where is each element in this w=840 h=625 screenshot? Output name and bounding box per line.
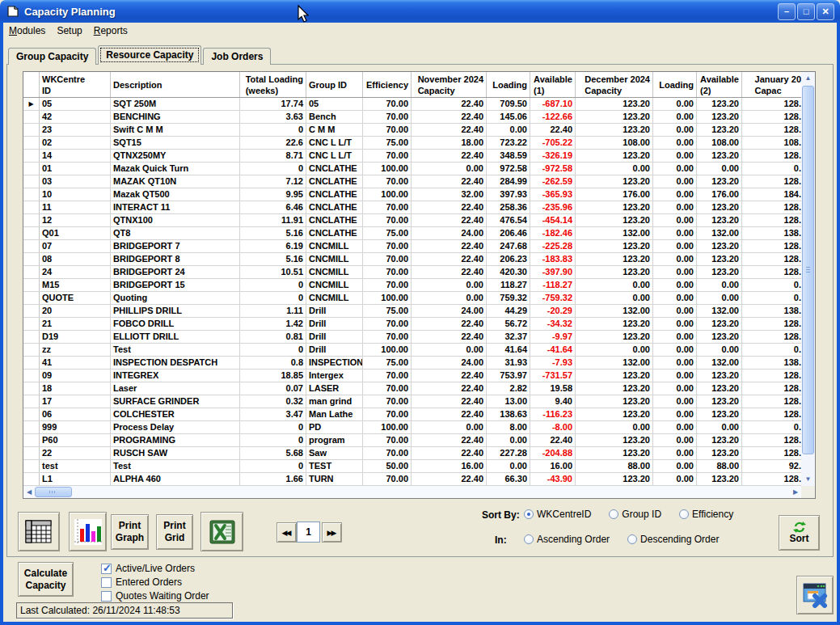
table-row[interactable]: 23Swift C M M0C M M70.0022.400.0022.4012… <box>23 124 801 137</box>
row-selector[interactable] <box>23 473 40 485</box>
checkbox-quotes-waiting-order[interactable]: Quotes Waiting Order <box>101 590 209 602</box>
row-selector[interactable] <box>23 357 40 369</box>
row-selector[interactable] <box>23 460 40 472</box>
table-row[interactable]: 11INTERACT 116.46CNCLATHE70.0022.40258.3… <box>23 201 801 214</box>
row-selector[interactable] <box>23 447 40 459</box>
export-excel-button[interactable] <box>201 512 243 551</box>
print-graph-button[interactable]: Print Graph <box>111 514 149 550</box>
table-row[interactable]: M15BRIDGEPORT 150CNCMILL70.000.00118.27-… <box>23 279 801 292</box>
row-selector[interactable] <box>23 292 40 304</box>
row-selector[interactable] <box>23 188 40 201</box>
table-row[interactable]: Q01QT85.16CNCLATHE75.0024.00206.46-182.4… <box>23 227 801 240</box>
column-header[interactable]: Description <box>111 72 240 97</box>
column-header[interactable]: December 2024 Capacity <box>576 72 653 97</box>
row-selector[interactable] <box>23 201 40 213</box>
vertical-scroll-thumb[interactable] <box>802 86 814 454</box>
sort-order-descending-order[interactable]: Descending Order <box>627 534 719 545</box>
row-selector[interactable] <box>23 318 40 330</box>
table-row[interactable]: 41INSPECTION DESPATCH0.8INSPECTION75.002… <box>23 357 801 370</box>
unchecked-checkbox-icon[interactable] <box>101 577 112 588</box>
table-row[interactable]: 22RUSCH SAW5.68Saw70.0022.40227.28-204.8… <box>23 447 801 460</box>
row-selector[interactable] <box>23 382 40 395</box>
table-row[interactable]: 08BRIDGEPORT 85.16CNCMILL70.0022.40206.2… <box>23 253 801 266</box>
row-selector[interactable] <box>23 240 40 252</box>
table-row[interactable]: 21FOBCO DRILL1.42Drill70.0022.4056.72-34… <box>23 318 801 331</box>
table-row[interactable]: 12QTNX10011.91CNCLATHE70.0022.40476.54-4… <box>23 214 801 227</box>
next-page-button[interactable]: ▶▶ <box>322 522 342 543</box>
sort-by-group-id[interactable]: Group ID <box>609 509 661 520</box>
menu-reports[interactable]: Reports <box>88 23 133 38</box>
checked-checkbox-icon[interactable] <box>101 564 112 574</box>
row-selector[interactable] <box>23 137 40 149</box>
row-selector[interactable] <box>23 124 40 136</box>
row-selector[interactable] <box>23 227 40 239</box>
table-row[interactable]: 999Process Delay0PD100.000.008.00-8.000.… <box>23 421 801 434</box>
row-selector[interactable] <box>23 279 40 291</box>
scroll-right-icon[interactable]: ▶ <box>790 486 801 498</box>
title-bar[interactable]: Capacity Planning –□✕ <box>0 0 840 23</box>
sort-button[interactable]: Sort <box>779 515 820 551</box>
page-number-input[interactable]: 1 <box>297 522 320 543</box>
table-row[interactable]: 17SURFACE GRINDER0.32man grind70.0022.40… <box>23 395 801 408</box>
row-selector[interactable] <box>23 331 40 343</box>
row-selector[interactable] <box>23 370 40 382</box>
table-row[interactable]: 07BRIDGEPORT 76.19CNCMILL70.0022.40247.6… <box>23 240 801 253</box>
column-header[interactable]: Loading <box>487 72 530 97</box>
column-header[interactable]: Available (2) <box>697 72 742 97</box>
horizontal-scroll-thumb[interactable] <box>35 487 72 497</box>
row-selector[interactable] <box>23 408 40 420</box>
unchecked-checkbox-icon[interactable] <box>101 591 112 602</box>
print-grid-button[interactable]: Print Grid <box>156 514 193 550</box>
table-row[interactable]: 03MAZAK QT10N7.12CNCLATHE70.0022.40284.9… <box>23 175 801 188</box>
menu-modules[interactable]: Modules <box>3 23 51 38</box>
column-header[interactable]: WKCentre ID <box>40 72 111 97</box>
checkbox-entered-orders[interactable]: Entered Orders <box>101 576 182 588</box>
table-row[interactable]: 42BENCHING3.63Bench70.0022.40145.06-122.… <box>23 111 801 124</box>
table-row[interactable]: 20PHILLIPS DRILL1.11Drill75.0024.0044.29… <box>23 305 801 318</box>
row-selector[interactable] <box>23 163 40 175</box>
row-selector[interactable] <box>23 395 40 408</box>
tab-job-orders[interactable]: Job Orders <box>203 48 271 65</box>
column-header[interactable]: Loading <box>653 72 697 97</box>
table-row[interactable]: 10Mazak QT5009.95CNCLATHE100.0032.00397.… <box>23 188 801 201</box>
table-row[interactable]: QUOTEQuoting0CNCMILL100.000.00759.32-759… <box>23 292 801 305</box>
calculate-capacity-button[interactable]: Calculate Capacity <box>18 562 74 597</box>
show-grid-button[interactable] <box>18 512 60 551</box>
row-selector[interactable] <box>23 305 40 317</box>
row-selector[interactable] <box>23 266 40 278</box>
row-selector[interactable] <box>23 253 40 265</box>
sort-order-ascending-order[interactable]: Ascending Order <box>524 534 610 545</box>
table-row[interactable]: 01Mazak Quick Turn0CNCLATHE100.000.00972… <box>23 163 801 175</box>
column-header[interactable]: Group ID <box>306 72 363 97</box>
close-button[interactable]: ✕ <box>817 3 834 20</box>
checkbox-active-live-orders[interactable]: Active/Live Orders <box>101 563 195 574</box>
table-row[interactable]: 09INTEGREX18.85Intergex70.0022.40753.97-… <box>23 370 801 382</box>
tab-resource-capacity[interactable]: Resource Capacity <box>98 45 201 65</box>
table-row[interactable]: L1ALPHA 4601.66TURN70.0022.4066.30-43.90… <box>23 473 801 486</box>
column-header[interactable]: November 2024 Capacity <box>412 72 487 97</box>
current-row-arrow-icon[interactable]: ▶ <box>23 98 40 110</box>
row-selector[interactable] <box>23 434 40 446</box>
maximize-button[interactable]: □ <box>797 3 815 20</box>
table-row[interactable]: 14QTNX250MY8.71CNC L L/T70.0022.40348.59… <box>23 150 801 163</box>
tab-group-capacity[interactable]: Group Capacity <box>8 48 96 65</box>
row-selector[interactable] <box>23 175 40 188</box>
column-header[interactable]: Efficiency <box>363 72 412 97</box>
row-selector[interactable] <box>23 214 40 226</box>
sort-by-wkcentreid[interactable]: WKCentreID <box>524 509 591 520</box>
column-header[interactable]: January 20 Capac <box>742 72 801 97</box>
scroll-down-icon[interactable]: ▼ <box>801 473 815 486</box>
row-selector[interactable] <box>23 421 40 433</box>
horizontal-scrollbar[interactable]: ◀ ▶ <box>23 486 801 498</box>
table-row[interactable]: zzTest0Drill100.000.0041.64-41.640.000.0… <box>23 344 801 357</box>
table-row[interactable]: 06COLCHESTER3.47Man Lathe70.0022.40138.6… <box>23 408 801 421</box>
table-row[interactable]: ▶05SQT 250M17.740570.0022.40709.50-687.1… <box>23 98 801 111</box>
column-header[interactable]: Total Loading (weeks) <box>240 72 306 97</box>
row-selector[interactable] <box>23 344 40 356</box>
show-graph-button[interactable] <box>69 512 107 551</box>
table-row[interactable]: D19ELLIOTT DRILL0.81Drill70.0022.4032.37… <box>23 331 801 344</box>
table-row[interactable]: testTest0TEST50.0016.000.0016.0088.000.0… <box>23 460 801 473</box>
minimize-button[interactable]: – <box>778 3 796 20</box>
scroll-left-icon[interactable]: ◀ <box>23 486 35 498</box>
row-selector[interactable] <box>23 111 40 123</box>
